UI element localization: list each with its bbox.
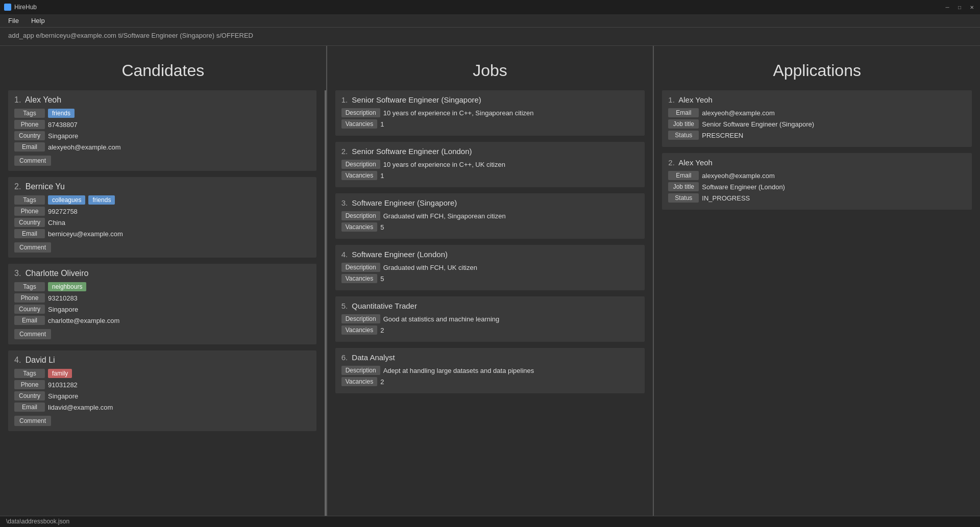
candidate-country-row-1: Country Singapore [14, 131, 310, 140]
close-button[interactable]: ✕ [968, 3, 976, 11]
app-email-value-1: alexyeoh@example.com [702, 109, 775, 117]
job-name-2: 2. Senior Software Engineer (London) [341, 147, 639, 156]
comment-btn-3[interactable]: Comment [14, 329, 51, 339]
job-vacancies-row-5: Vacancies 2 [341, 325, 639, 335]
vacancies-label-6: Vacancies [341, 377, 377, 386]
email-label-1: Email [14, 142, 45, 152]
app-status-row-1: Status PRESCREEN [668, 131, 966, 140]
tags-label-2: Tags [14, 195, 45, 205]
vacancies-value-4: 5 [380, 275, 384, 283]
jobs-header: Jobs [327, 46, 653, 90]
app-card-2[interactable]: 2. Alex Yeoh Email alexyeoh@example.com … [662, 153, 972, 210]
desc-value-2: 10 years of experience in C++, UK citize… [383, 161, 505, 168]
candidates-body: 1. Alex Yeoh Tags friends Phone 87438807… [0, 90, 326, 516]
job-desc-row-1: Description 10 years of experience in C+… [341, 108, 639, 117]
candidate-card-1[interactable]: 1. Alex Yeoh Tags friends Phone 87438807… [8, 90, 316, 171]
tag-colleagues-2: colleagues [48, 195, 85, 205]
tag-friends-1: friends [48, 109, 75, 118]
email-label-2: Email [14, 229, 45, 238]
job-card-1[interactable]: 1. Senior Software Engineer (Singapore) … [335, 90, 645, 136]
app-status-label-1: Status [668, 131, 699, 140]
job-card-6[interactable]: 6. Data Analyst Description Adept at han… [335, 348, 645, 393]
job-name-6: 6. Data Analyst [341, 353, 639, 362]
app-status-label-2: Status [668, 193, 699, 203]
comment-btn-1[interactable]: Comment [14, 156, 51, 166]
job-desc-row-3: Description Graduated with FCH, Singapor… [341, 211, 639, 220]
minimize-button[interactable]: ─ [943, 3, 951, 11]
maximize-button[interactable]: □ [955, 3, 964, 11]
desc-value-5: Good at statistics and machine learning [383, 315, 500, 323]
country-label-1: Country [14, 131, 45, 140]
app-email-label-1: Email [668, 108, 699, 117]
applications-body: 1. Alex Yeoh Email alexyeoh@example.com … [654, 90, 980, 516]
app-jobtitle-row-1: Job title Senior Software Engineer (Sing… [668, 119, 966, 129]
job-name-4: 4. Software Engineer (London) [341, 250, 639, 259]
job-vacancies-row-6: Vacancies 2 [341, 377, 639, 386]
candidate-tags-row-2: Tags colleagues friends [14, 195, 310, 205]
candidate-country-row-3: Country Singapore [14, 305, 310, 314]
job-vacancies-row-1: Vacancies 1 [341, 119, 639, 129]
vacancies-label-1: Vacancies [341, 119, 377, 129]
app-jobtitle-label-1: Job title [668, 119, 699, 129]
job-desc-row-4: Description Graduated with FCH, UK citiz… [341, 263, 639, 272]
desc-label-5: Description [341, 314, 380, 323]
desc-label-1: Description [341, 108, 380, 117]
candidate-name-3: 3. Charlotte Oliveiro [14, 269, 310, 278]
menu-help[interactable]: Help [29, 16, 47, 26]
candidate-name-1: 1. Alex Yeoh [14, 95, 310, 105]
app-jobtitle-value-2: Software Engineer (London) [702, 183, 785, 191]
app-email-label-2: Email [668, 171, 699, 180]
window-controls[interactable]: ─ □ ✕ [943, 3, 976, 11]
candidate-tags-row-3: Tags neighbours [14, 282, 310, 291]
comment-btn-4[interactable]: Comment [14, 416, 51, 426]
app-email-row-1: Email alexyeoh@example.com [668, 108, 966, 117]
job-desc-row-6: Description Adept at handling large data… [341, 366, 639, 375]
desc-value-1: 10 years of experience in C++, Singapore… [383, 109, 534, 117]
phone-label-1: Phone [14, 120, 45, 129]
job-desc-row-5: Description Good at statistics and machi… [341, 314, 639, 323]
app-name-1: 1. Alex Yeoh [668, 95, 966, 104]
phone-label-4: Phone [14, 380, 45, 389]
desc-value-6: Adept at handling large datasets and dat… [383, 367, 534, 374]
job-card-5[interactable]: 5. Quantitative Trader Description Good … [335, 296, 645, 342]
candidate-email-row-1: Email alexyeoh@example.com [14, 142, 310, 152]
job-vacancies-row-2: Vacancies 1 [341, 171, 639, 180]
job-desc-row-2: Description 10 years of experience in C+… [341, 160, 639, 169]
jobs-body: 1. Senior Software Engineer (Singapore) … [327, 90, 653, 516]
vacancies-label-4: Vacancies [341, 274, 377, 283]
jobs-column: Jobs 1. Senior Software Engineer (Singap… [327, 46, 654, 516]
title-bar-left: HireHub [4, 4, 37, 11]
main-content: Candidates 1. Alex Yeoh Tags friends Pho… [0, 46, 980, 516]
country-value-1: Singapore [48, 132, 78, 140]
candidate-tags-row-1: Tags friends [14, 109, 310, 118]
phone-label-3: Phone [14, 293, 45, 303]
candidate-phone-row-2: Phone 99272758 [14, 207, 310, 216]
app-jobtitle-label-2: Job title [668, 182, 699, 191]
job-card-4[interactable]: 4. Software Engineer (London) Descriptio… [335, 245, 645, 290]
menu-file[interactable]: File [6, 16, 21, 26]
app-email-row-2: Email alexyeoh@example.com [668, 171, 966, 180]
phone-value-4: 91031282 [48, 381, 78, 389]
vacancies-value-2: 1 [380, 172, 384, 180]
job-card-3[interactable]: 3. Software Engineer (Singapore) Descrip… [335, 193, 645, 239]
candidate-email-row-4: Email lidavid@example.com [14, 403, 310, 412]
job-vacancies-row-4: Vacancies 5 [341, 274, 639, 283]
candidate-name-2: 2. Bernice Yu [14, 182, 310, 191]
app-card-1[interactable]: 1. Alex Yeoh Email alexyeoh@example.com … [662, 90, 972, 147]
command-text: add_app e/berniceyu@example.com ti/Softw… [8, 32, 253, 39]
country-value-3: Singapore [48, 306, 78, 313]
applications-column: Applications 1. Alex Yeoh Email alexyeoh… [654, 46, 980, 516]
candidate-card-2[interactable]: 2. Bernice Yu Tags colleagues friends Ph… [8, 177, 316, 258]
desc-label-6: Description [341, 366, 380, 375]
email-label-3: Email [14, 316, 45, 325]
app-status-row-2: Status IN_PROGRESS [668, 193, 966, 203]
candidate-card-3[interactable]: 3. Charlotte Oliveiro Tags neighbours Ph… [8, 264, 316, 344]
app-jobtitle-value-1: Senior Software Engineer (Singapore) [702, 120, 814, 128]
candidate-card-4[interactable]: 4. David Li Tags family Phone 91031282 C… [8, 350, 316, 431]
email-value-4: lidavid@example.com [48, 404, 113, 411]
comment-btn-2[interactable]: Comment [14, 242, 51, 253]
title-text: HireHub [14, 4, 37, 11]
job-card-2[interactable]: 2. Senior Software Engineer (London) Des… [335, 142, 645, 187]
app-status-value-2: IN_PROGRESS [702, 194, 750, 202]
status-bar: \data\addressbook.json [0, 516, 980, 527]
